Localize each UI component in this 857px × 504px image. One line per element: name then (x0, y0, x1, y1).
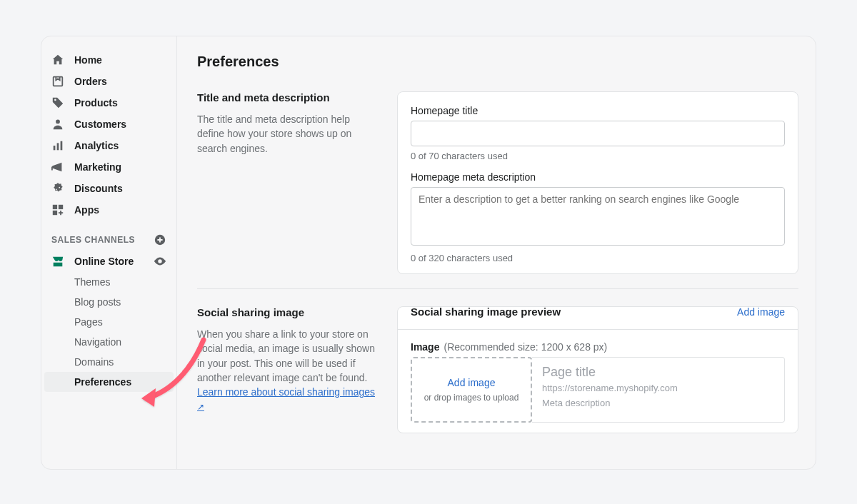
section-meta: Title and meta description The title and… (197, 91, 798, 274)
homepage-title-label: Homepage title (411, 105, 785, 116)
section-divider (197, 288, 798, 289)
section-meta-desc: The title and meta description help defi… (197, 112, 380, 156)
sidebar: Home Orders Products Customers Analytics… (41, 36, 177, 469)
add-image-button[interactable]: Add image (737, 306, 785, 318)
sidebar-item-home[interactable]: Home (41, 49, 176, 71)
svg-rect-4 (61, 141, 63, 151)
sub-item-preferences[interactable]: Preferences (44, 372, 174, 392)
preview-url: https://storename.myshopify.com (542, 383, 774, 393)
svg-rect-5 (53, 205, 57, 209)
sidebar-item-label: Analytics (74, 140, 119, 151)
add-channel-icon[interactable] (154, 233, 166, 246)
sidebar-item-label: Products (74, 97, 118, 109)
social-card: Social sharing image preview Add image I… (397, 306, 798, 433)
sidebar-item-analytics[interactable]: Analytics (41, 135, 176, 156)
sales-channels-label: SALES CHANNELS (51, 235, 135, 245)
image-drop-zone[interactable]: Add image or drop images to upload (411, 357, 532, 423)
sidebar-item-label: Discounts (74, 183, 123, 194)
sidebar-item-products[interactable]: Products (41, 92, 176, 114)
sales-channels-heading: SALES CHANNELS (41, 221, 176, 251)
homepage-meta-label: Homepage meta description (411, 171, 785, 183)
section-meta-heading: Title and meta description (197, 91, 380, 104)
sub-item-domains[interactable]: Domains (41, 352, 176, 372)
sub-item-blog-posts[interactable]: Blog posts (41, 292, 176, 312)
app-card: Home Orders Products Customers Analytics… (41, 36, 816, 470)
preview-page-title: Page title (542, 365, 774, 380)
homepage-meta-field: Homepage meta description 0 of 320 chara… (411, 171, 785, 263)
sidebar-item-label: Marketing (74, 161, 121, 173)
learn-more-text: Learn more about social sharing images (197, 386, 375, 398)
page-title: Preferences (197, 54, 798, 70)
image-row: Add image or drop images to upload Page … (411, 357, 785, 423)
section-meta-info: Title and meta description The title and… (197, 91, 380, 274)
external-link-icon: ↗ (197, 402, 204, 412)
marketing-icon (51, 161, 64, 173)
social-preview: Page title https://storename.myshopify.c… (532, 357, 785, 423)
sidebar-item-discounts[interactable]: Discounts (41, 178, 176, 199)
section-social-desc-text: When you share a link to your store on s… (197, 328, 375, 383)
main-content: Preferences Title and meta description T… (177, 36, 816, 469)
drop-add-image[interactable]: Add image (448, 377, 496, 388)
view-store-icon[interactable] (154, 255, 166, 268)
store-icon (51, 255, 64, 268)
meta-card: Homepage title 0 of 70 characters used H… (397, 91, 798, 274)
svg-rect-7 (53, 211, 57, 215)
image-label-text: Image (411, 341, 439, 353)
sidebar-item-apps[interactable]: Apps (41, 199, 176, 221)
sub-item-pages[interactable]: Pages (41, 312, 176, 332)
svg-rect-3 (57, 143, 59, 150)
learn-more-link[interactable]: Learn more about social sharing images ↗ (197, 386, 375, 412)
homepage-meta-helper: 0 of 320 characters used (411, 253, 785, 263)
sidebar-item-label: Orders (74, 76, 107, 87)
sidebar-item-label: Customers (74, 119, 126, 130)
section-social-desc: When you share a link to your store on s… (197, 327, 380, 414)
homepage-meta-textarea[interactable] (411, 187, 785, 246)
image-label: Image(Recommended size: 1200 x 628 px) (411, 341, 785, 353)
home-icon (51, 54, 64, 66)
sidebar-item-orders[interactable]: Orders (41, 71, 176, 92)
section-social-heading: Social sharing image (197, 306, 380, 318)
homepage-title-input[interactable] (411, 121, 785, 146)
image-rec: (Recommended size: 1200 x 628 px) (443, 341, 607, 353)
sidebar-item-marketing[interactable]: Marketing (41, 156, 176, 178)
sidebar-item-label: Home (74, 54, 102, 66)
social-card-title: Social sharing image preview (411, 306, 561, 318)
products-icon (51, 96, 64, 109)
customers-icon (51, 118, 64, 131)
social-card-header: Social sharing image preview Add image (398, 294, 798, 330)
sub-item-themes[interactable]: Themes (41, 272, 176, 292)
sidebar-item-online-store[interactable]: Online Store (41, 251, 176, 272)
sidebar-item-customers[interactable]: Customers (41, 114, 176, 135)
homepage-title-helper: 0 of 70 characters used (411, 151, 785, 161)
apps-icon (51, 203, 64, 216)
preview-meta-desc: Meta description (542, 398, 774, 408)
sidebar-item-label: Apps (74, 204, 99, 216)
section-social-info: Social sharing image When you share a li… (197, 306, 380, 433)
section-social: Social sharing image When you share a li… (197, 306, 798, 433)
orders-icon (51, 75, 64, 88)
homepage-title-field: Homepage title 0 of 70 characters used (411, 105, 785, 161)
drop-hint: or drop images to upload (424, 393, 519, 403)
svg-rect-2 (54, 146, 56, 150)
analytics-icon (51, 139, 64, 152)
svg-point-1 (56, 120, 60, 124)
svg-rect-6 (59, 205, 63, 209)
sub-item-navigation[interactable]: Navigation (41, 332, 176, 352)
sidebar-item-label: Online Store (74, 256, 144, 267)
discounts-icon (51, 182, 64, 195)
